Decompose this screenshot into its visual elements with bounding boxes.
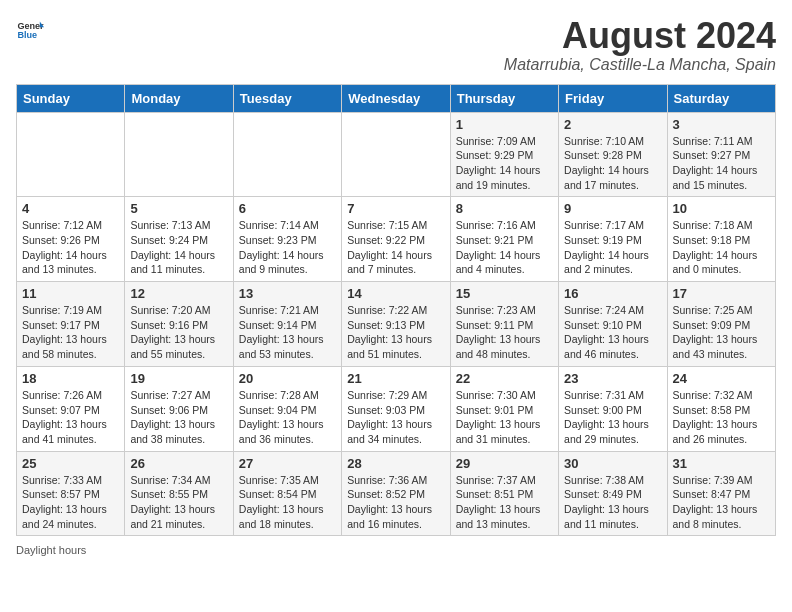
calendar-cell: 17Sunrise: 7:25 AMSunset: 9:09 PMDayligh… — [667, 282, 775, 367]
day-info: Sunrise: 7:09 AMSunset: 9:29 PMDaylight:… — [456, 134, 553, 193]
col-header-wednesday: Wednesday — [342, 84, 450, 112]
calendar-cell: 30Sunrise: 7:38 AMSunset: 8:49 PMDayligh… — [559, 451, 667, 536]
day-number: 12 — [130, 286, 227, 301]
title-area: August 2024 Matarrubia, Castille-La Manc… — [504, 16, 776, 74]
col-header-monday: Monday — [125, 84, 233, 112]
daylight-hours-label: Daylight hours — [16, 544, 86, 556]
calendar-cell: 7Sunrise: 7:15 AMSunset: 9:22 PMDaylight… — [342, 197, 450, 282]
calendar-cell: 11Sunrise: 7:19 AMSunset: 9:17 PMDayligh… — [17, 282, 125, 367]
day-number: 18 — [22, 371, 119, 386]
day-number: 6 — [239, 201, 336, 216]
calendar-header-row: SundayMondayTuesdayWednesdayThursdayFrid… — [17, 84, 776, 112]
calendar-week-4: 18Sunrise: 7:26 AMSunset: 9:07 PMDayligh… — [17, 366, 776, 451]
footer-note: Daylight hours — [16, 544, 776, 556]
logo-icon: General Blue — [16, 16, 44, 44]
day-number: 28 — [347, 456, 444, 471]
day-number: 31 — [673, 456, 770, 471]
day-number: 19 — [130, 371, 227, 386]
day-number: 3 — [673, 117, 770, 132]
calendar-cell: 19Sunrise: 7:27 AMSunset: 9:06 PMDayligh… — [125, 366, 233, 451]
day-info: Sunrise: 7:18 AMSunset: 9:18 PMDaylight:… — [673, 218, 770, 277]
day-number: 8 — [456, 201, 553, 216]
day-info: Sunrise: 7:35 AMSunset: 8:54 PMDaylight:… — [239, 473, 336, 532]
day-info: Sunrise: 7:28 AMSunset: 9:04 PMDaylight:… — [239, 388, 336, 447]
calendar-cell: 26Sunrise: 7:34 AMSunset: 8:55 PMDayligh… — [125, 451, 233, 536]
day-number: 24 — [673, 371, 770, 386]
day-number: 14 — [347, 286, 444, 301]
calendar-cell: 18Sunrise: 7:26 AMSunset: 9:07 PMDayligh… — [17, 366, 125, 451]
calendar-cell: 16Sunrise: 7:24 AMSunset: 9:10 PMDayligh… — [559, 282, 667, 367]
day-info: Sunrise: 7:15 AMSunset: 9:22 PMDaylight:… — [347, 218, 444, 277]
day-info: Sunrise: 7:36 AMSunset: 8:52 PMDaylight:… — [347, 473, 444, 532]
calendar-cell: 23Sunrise: 7:31 AMSunset: 9:00 PMDayligh… — [559, 366, 667, 451]
calendar-cell: 29Sunrise: 7:37 AMSunset: 8:51 PMDayligh… — [450, 451, 558, 536]
day-number: 13 — [239, 286, 336, 301]
calendar-week-3: 11Sunrise: 7:19 AMSunset: 9:17 PMDayligh… — [17, 282, 776, 367]
day-info: Sunrise: 7:38 AMSunset: 8:49 PMDaylight:… — [564, 473, 661, 532]
day-number: 25 — [22, 456, 119, 471]
col-header-tuesday: Tuesday — [233, 84, 341, 112]
day-info: Sunrise: 7:23 AMSunset: 9:11 PMDaylight:… — [456, 303, 553, 362]
day-info: Sunrise: 7:37 AMSunset: 8:51 PMDaylight:… — [456, 473, 553, 532]
day-info: Sunrise: 7:16 AMSunset: 9:21 PMDaylight:… — [456, 218, 553, 277]
calendar-cell: 14Sunrise: 7:22 AMSunset: 9:13 PMDayligh… — [342, 282, 450, 367]
day-number: 11 — [22, 286, 119, 301]
calendar-cell: 22Sunrise: 7:30 AMSunset: 9:01 PMDayligh… — [450, 366, 558, 451]
day-info: Sunrise: 7:11 AMSunset: 9:27 PMDaylight:… — [673, 134, 770, 193]
day-number: 10 — [673, 201, 770, 216]
day-info: Sunrise: 7:30 AMSunset: 9:01 PMDaylight:… — [456, 388, 553, 447]
day-info: Sunrise: 7:31 AMSunset: 9:00 PMDaylight:… — [564, 388, 661, 447]
day-number: 27 — [239, 456, 336, 471]
day-number: 5 — [130, 201, 227, 216]
calendar-cell — [233, 112, 341, 197]
day-number: 20 — [239, 371, 336, 386]
calendar-subtitle: Matarrubia, Castille-La Mancha, Spain — [504, 56, 776, 74]
day-number: 4 — [22, 201, 119, 216]
day-number: 9 — [564, 201, 661, 216]
day-info: Sunrise: 7:17 AMSunset: 9:19 PMDaylight:… — [564, 218, 661, 277]
calendar-cell: 20Sunrise: 7:28 AMSunset: 9:04 PMDayligh… — [233, 366, 341, 451]
calendar-cell: 24Sunrise: 7:32 AMSunset: 8:58 PMDayligh… — [667, 366, 775, 451]
calendar-cell — [125, 112, 233, 197]
col-header-thursday: Thursday — [450, 84, 558, 112]
svg-text:Blue: Blue — [17, 30, 37, 40]
col-header-saturday: Saturday — [667, 84, 775, 112]
calendar-cell: 15Sunrise: 7:23 AMSunset: 9:11 PMDayligh… — [450, 282, 558, 367]
calendar-cell: 5Sunrise: 7:13 AMSunset: 9:24 PMDaylight… — [125, 197, 233, 282]
calendar-cell: 8Sunrise: 7:16 AMSunset: 9:21 PMDaylight… — [450, 197, 558, 282]
day-number: 2 — [564, 117, 661, 132]
day-number: 22 — [456, 371, 553, 386]
day-info: Sunrise: 7:32 AMSunset: 8:58 PMDaylight:… — [673, 388, 770, 447]
logo: General Blue — [16, 16, 44, 44]
day-number: 1 — [456, 117, 553, 132]
day-info: Sunrise: 7:24 AMSunset: 9:10 PMDaylight:… — [564, 303, 661, 362]
day-info: Sunrise: 7:21 AMSunset: 9:14 PMDaylight:… — [239, 303, 336, 362]
calendar-week-1: 1Sunrise: 7:09 AMSunset: 9:29 PMDaylight… — [17, 112, 776, 197]
day-info: Sunrise: 7:25 AMSunset: 9:09 PMDaylight:… — [673, 303, 770, 362]
day-number: 29 — [456, 456, 553, 471]
calendar-cell: 4Sunrise: 7:12 AMSunset: 9:26 PMDaylight… — [17, 197, 125, 282]
calendar-cell: 27Sunrise: 7:35 AMSunset: 8:54 PMDayligh… — [233, 451, 341, 536]
calendar-cell: 9Sunrise: 7:17 AMSunset: 9:19 PMDaylight… — [559, 197, 667, 282]
page-header: General Blue August 2024 Matarrubia, Cas… — [16, 16, 776, 74]
calendar-cell: 6Sunrise: 7:14 AMSunset: 9:23 PMDaylight… — [233, 197, 341, 282]
day-number: 16 — [564, 286, 661, 301]
day-info: Sunrise: 7:33 AMSunset: 8:57 PMDaylight:… — [22, 473, 119, 532]
day-number: 7 — [347, 201, 444, 216]
calendar-cell: 31Sunrise: 7:39 AMSunset: 8:47 PMDayligh… — [667, 451, 775, 536]
day-info: Sunrise: 7:22 AMSunset: 9:13 PMDaylight:… — [347, 303, 444, 362]
col-header-sunday: Sunday — [17, 84, 125, 112]
day-number: 23 — [564, 371, 661, 386]
col-header-friday: Friday — [559, 84, 667, 112]
calendar-cell — [342, 112, 450, 197]
day-info: Sunrise: 7:39 AMSunset: 8:47 PMDaylight:… — [673, 473, 770, 532]
day-info: Sunrise: 7:14 AMSunset: 9:23 PMDaylight:… — [239, 218, 336, 277]
day-number: 17 — [673, 286, 770, 301]
calendar-cell: 1Sunrise: 7:09 AMSunset: 9:29 PMDaylight… — [450, 112, 558, 197]
calendar-cell: 21Sunrise: 7:29 AMSunset: 9:03 PMDayligh… — [342, 366, 450, 451]
day-info: Sunrise: 7:19 AMSunset: 9:17 PMDaylight:… — [22, 303, 119, 362]
calendar-cell: 13Sunrise: 7:21 AMSunset: 9:14 PMDayligh… — [233, 282, 341, 367]
calendar-week-2: 4Sunrise: 7:12 AMSunset: 9:26 PMDaylight… — [17, 197, 776, 282]
calendar-title: August 2024 — [504, 16, 776, 56]
calendar-cell: 3Sunrise: 7:11 AMSunset: 9:27 PMDaylight… — [667, 112, 775, 197]
